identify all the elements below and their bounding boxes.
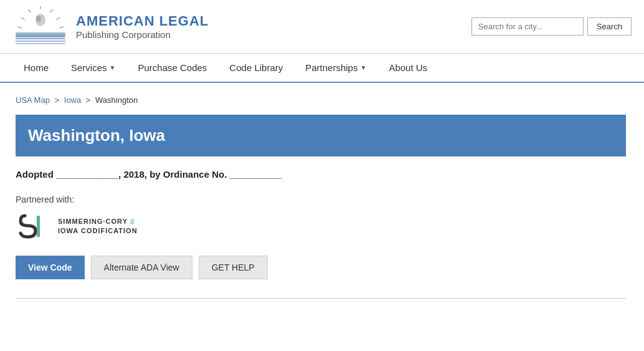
svg-line-2	[56, 17, 60, 20]
header: AMERICAN LEGAL Publishing Corporation Se…	[0, 0, 644, 54]
nav-item-partnerships[interactable]: Partnerships▼	[294, 54, 377, 82]
dropdown-arrow-icon: ▼	[110, 64, 116, 71]
navbar: HomeServices▼Purchase CodesCode LibraryP…	[0, 54, 644, 83]
logo-text: AMERICAN LEGAL Publishing Corporation	[76, 13, 209, 40]
search-area: Search	[471, 17, 632, 36]
sc-logo-svg	[16, 211, 53, 242]
get-help-button[interactable]: GET HELP	[199, 256, 268, 279]
search-input[interactable]	[471, 17, 584, 36]
breadcrumb-sep1: >	[55, 95, 60, 105]
breadcrumb-usa-map[interactable]: USA Map	[16, 95, 50, 105]
sc-name-line1: SIMMERING·CORY &	[58, 217, 138, 226]
breadcrumb-sep2: >	[86, 95, 91, 105]
content: USA Map > Iowa > Washington Washington, …	[0, 83, 629, 311]
partnered-label: Partnered with:	[16, 195, 613, 204]
nav-item-services[interactable]: Services▼	[60, 54, 126, 82]
svg-point-8	[36, 16, 41, 22]
bottom-divider	[16, 298, 626, 299]
sc-name-line2: IOWA CODIFICATION	[58, 226, 138, 236]
logo-icon	[12, 6, 69, 47]
page-title: Washington, Iowa	[28, 126, 165, 145]
logo-subtitle: Publishing Corporation	[76, 29, 209, 40]
logo-title: AMERICAN LEGAL	[76, 13, 209, 29]
alternate-ada-button[interactable]: Alternate ADA View	[91, 256, 192, 279]
nav-item-purchase-codes[interactable]: Purchase Codes	[126, 54, 218, 82]
nav-item-code-library[interactable]: Code Library	[218, 54, 294, 82]
action-buttons: View Code Alternate ADA View GET HELP	[16, 256, 613, 279]
svg-rect-14	[37, 216, 40, 237]
page-title-banner: Washington, Iowa	[16, 115, 626, 156]
breadcrumb-current: Washington	[95, 95, 138, 105]
breadcrumb-iowa[interactable]: Iowa	[64, 95, 81, 105]
svg-line-4	[21, 17, 25, 20]
breadcrumb: USA Map > Iowa > Washington	[16, 95, 613, 105]
nav-item-about-us[interactable]: About Us	[377, 54, 438, 82]
svg-line-5	[17, 27, 22, 28]
logo-area: AMERICAN LEGAL Publishing Corporation	[12, 6, 209, 47]
svg-line-3	[28, 9, 31, 12]
nav-item-home[interactable]: Home	[12, 54, 60, 82]
adopted-text: Adopted ____________, 2018, by Ordinance…	[16, 169, 613, 180]
search-button[interactable]: Search	[587, 17, 632, 36]
dropdown-arrow-icon: ▼	[360, 64, 366, 71]
svg-line-6	[59, 27, 64, 28]
partner-logo: SIMMERING·CORY & IOWA CODIFICATION	[16, 211, 613, 242]
svg-line-1	[50, 9, 53, 12]
svg-rect-10	[16, 35, 65, 37]
sc-logo-text: SIMMERING·CORY & IOWA CODIFICATION	[58, 217, 138, 236]
view-code-button[interactable]: View Code	[16, 256, 85, 279]
